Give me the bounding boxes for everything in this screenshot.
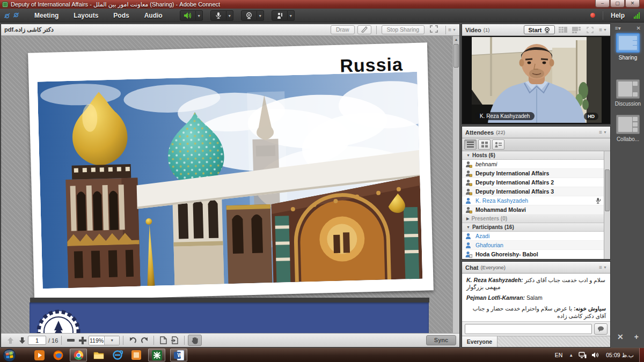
zoom-out-button[interactable]	[65, 335, 77, 346]
video-fullscreen-icon[interactable]	[584, 26, 595, 34]
chat-message: K. Reza Kashyzadeh: سلام و ادب خدمت جناب…	[466, 277, 606, 291]
chat-input[interactable]	[465, 324, 592, 334]
menu-audio[interactable]: Audio	[137, 12, 170, 19]
adobe-connect-taskbar-icon[interactable]	[148, 349, 165, 361]
grid-view-icon[interactable]	[558, 26, 568, 34]
menu-meeting[interactable]: Meeting	[27, 12, 66, 19]
menu-help[interactable]: Help	[611, 12, 625, 19]
layout-collaboration[interactable]: Collabo...	[612, 115, 644, 142]
next-page-button[interactable]	[16, 335, 28, 346]
layout-thumbnail[interactable]	[616, 33, 640, 53]
add-layout-icon[interactable]: +	[634, 333, 639, 341]
share-pod-menu-icon[interactable]: ≡▼	[448, 27, 456, 33]
layout-sharing[interactable]: Sharing	[612, 33, 644, 61]
participants-section-header[interactable]: ▼ Participants (16)	[462, 223, 604, 232]
scroll-up-icon[interactable]: ▲	[453, 36, 459, 43]
internet-explorer-icon[interactable]	[111, 349, 125, 361]
share-scrollbar[interactable]: ▲	[452, 36, 459, 333]
stop-sharing-button[interactable]: Stop Sharing	[382, 25, 425, 34]
tray-expand-icon[interactable]: ▲	[569, 353, 573, 358]
office-icon[interactable]	[129, 349, 143, 361]
layoutbar-close-icon[interactable]: ✕	[636, 25, 641, 31]
show-desktop-button[interactable]	[639, 348, 644, 362]
microphone-button[interactable]	[210, 10, 226, 21]
minimize-button[interactable]: –	[595, 0, 610, 8]
media-player-icon[interactable]	[32, 349, 46, 361]
svg-text:W: W	[177, 352, 182, 358]
app-icon	[2, 2, 8, 8]
zoom-in-button[interactable]	[77, 335, 89, 346]
explorer-folder-icon[interactable]	[92, 349, 106, 361]
zoom-level-select[interactable]: 119% ▼	[89, 336, 120, 345]
sync-button[interactable]: Sync	[426, 335, 456, 345]
share-toolbar: / 16 119% ▼	[1, 333, 459, 347]
page-number-input[interactable]	[28, 336, 46, 345]
fit-width-button[interactable]	[169, 335, 181, 346]
zoom-dropdown-icon[interactable]: ▼	[104, 336, 120, 345]
raise-hand-button[interactable]	[272, 10, 288, 21]
attendee-row-active-speaker[interactable]: K. Reza Kashyzadeh	[462, 196, 604, 205]
close-button[interactable]: ✕	[625, 0, 640, 8]
previous-page-button[interactable]	[4, 335, 16, 346]
attendees-count: (22)	[496, 129, 505, 135]
attendee-row[interactable]: Ghafourian	[462, 241, 604, 250]
attendees-pod: Attendees (22) ≡▼ ▼ Hosts (6) behnami	[462, 126, 611, 260]
chat-pod-header: Chat (Everyone) ≡▼	[462, 262, 610, 274]
attendee-row[interactable]: Mohammad Molavi	[462, 205, 604, 215]
webcam-dropdown[interactable]: ▼	[257, 10, 264, 21]
attendees-scrollbar[interactable]	[604, 151, 610, 259]
attendee-row[interactable]: Azadi	[462, 232, 604, 241]
video-pod-menu-icon[interactable]: ≡▼	[599, 27, 607, 33]
attendee-row[interactable]: Deputy International Affairs 3	[462, 187, 604, 196]
speaker-button[interactable]	[180, 10, 196, 21]
layout-thumbnail[interactable]	[616, 115, 640, 134]
status-view-button[interactable]	[492, 139, 504, 150]
firefox-icon[interactable]	[51, 349, 65, 361]
filmstrip-view-icon[interactable]	[571, 26, 582, 34]
webcam-button[interactable]	[241, 10, 257, 21]
attendee-row[interactable]: Deputy International Affairs	[462, 169, 604, 178]
rotate-right-button[interactable]	[138, 335, 150, 346]
menu-layouts[interactable]: Layouts	[66, 12, 106, 19]
chat-pod-menu-icon[interactable]: ≡▼	[599, 264, 607, 270]
delete-layout-icon[interactable]: ✕	[617, 333, 624, 341]
send-message-button[interactable]	[594, 323, 608, 335]
taskbar-clock[interactable]: 05:09 ب.ظ	[606, 352, 634, 358]
attendees-pod-menu-icon[interactable]: ≡▼	[599, 129, 607, 135]
scrollbar-thumb[interactable]	[453, 44, 459, 68]
attendees-list: ▼ Hosts (6) behnami Deputy International…	[462, 151, 604, 259]
rotate-left-button[interactable]	[127, 335, 138, 346]
hd-badge: HD	[584, 113, 598, 120]
start-button[interactable]	[2, 349, 16, 361]
fullscreen-icon[interactable]	[427, 25, 441, 34]
tab-everyone[interactable]: Everyone	[462, 336, 497, 347]
volume-icon[interactable]	[591, 352, 599, 358]
raise-hand-dropdown[interactable]: ▼	[288, 10, 295, 21]
maximize-button[interactable]: ▢	[610, 0, 625, 8]
chrome-icon[interactable]	[70, 349, 87, 361]
attendee-row[interactable]: Deputy International Affairs 2	[462, 178, 604, 187]
microphone-dropdown[interactable]: ▼	[226, 10, 233, 21]
layoutbar-menu-icon[interactable]: ≡▾	[615, 25, 621, 31]
attendee-row[interactable]: behnami	[462, 160, 604, 169]
attendee-row[interactable]: Hoda Ghoreishy- Babol	[462, 250, 604, 259]
grid-view-button[interactable]	[478, 139, 491, 150]
hosts-section-header[interactable]: ▼ Hosts (6)	[462, 151, 604, 160]
start-webcam-button[interactable]: Start	[524, 25, 555, 34]
layout-thumbnail[interactable]	[616, 79, 640, 99]
list-view-button[interactable]	[464, 139, 477, 150]
pan-tool-button[interactable]	[188, 335, 202, 346]
window-title: Deputy of International Affairs - معاونت…	[11, 1, 220, 8]
network-icon[interactable]	[579, 352, 587, 359]
presenters-section-header[interactable]: ▶ Presenters (0)	[462, 215, 604, 223]
layout-discussion[interactable]: Discussion	[612, 79, 644, 107]
menu-pods[interactable]: Pods	[106, 12, 136, 19]
fit-page-button[interactable]	[157, 335, 169, 346]
speaker-dropdown[interactable]: ▼	[196, 10, 203, 21]
title-bar: Deputy of International Affairs - معاونت…	[0, 0, 644, 9]
draw-button[interactable]: Draw	[331, 25, 355, 34]
word-icon[interactable]: W	[170, 349, 187, 361]
language-indicator[interactable]: EN	[555, 352, 563, 358]
scrollbar-thumb[interactable]	[605, 169, 610, 211]
pointer-tool-button[interactable]	[357, 25, 371, 34]
